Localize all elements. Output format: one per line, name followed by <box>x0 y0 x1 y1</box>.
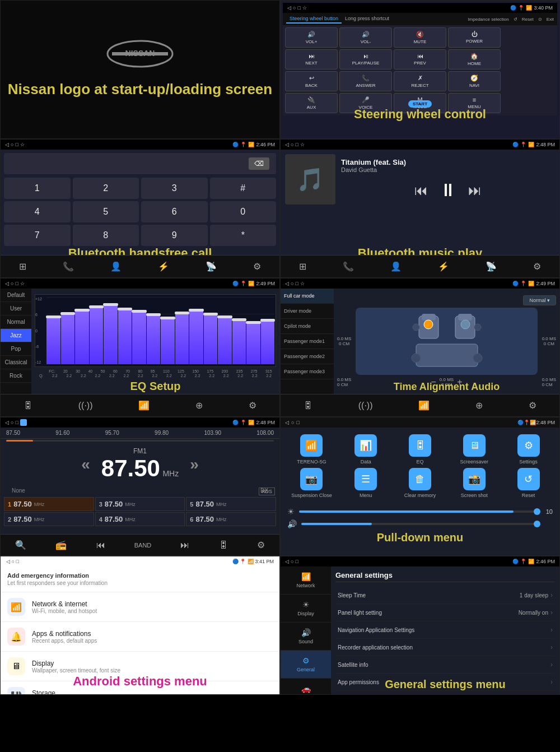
preset-5[interactable]: 5 87.50 MHz <box>186 497 276 511</box>
pd-eq-icon[interactable]: 🎛 <box>409 434 431 457</box>
dial-key-4[interactable]: 4 <box>4 201 71 222</box>
nav4-bt[interactable]: ⚡ <box>438 261 449 272</box>
gs-menu-sound[interactable]: 🔊 Sound <box>281 623 331 651</box>
gs-menu-network[interactable]: 📶 Network <box>281 567 331 595</box>
freq-slider-track[interactable] <box>6 440 274 442</box>
sw-btn-vol-plus[interactable]: 🔊VOL+ <box>285 27 338 48</box>
ta-mode-passenger3[interactable]: Passenger mode3 <box>281 364 334 379</box>
sw-btn-answer[interactable]: 📞ANSWER <box>339 71 392 91</box>
ta-mode-driver[interactable]: Driver mode <box>281 304 334 319</box>
nav4-bt2[interactable]: 📡 <box>486 261 497 272</box>
normal-button[interactable]: Normal ▾ <box>523 295 556 305</box>
setting-network[interactable]: 📶 Network & internet Wi-Fi, mobile, and … <box>1 592 279 622</box>
sw-btn-next[interactable]: ⏭NEXT <box>285 49 338 69</box>
nav-phone-icon[interactable]: 📞 <box>63 261 74 272</box>
ta-mode-fullcar[interactable]: Full car mode <box>281 289 334 304</box>
eq-preset-jazz[interactable]: Jazz <box>1 329 31 342</box>
pd-suspension-icon[interactable]: 📷 <box>300 468 323 490</box>
nav-contacts-icon[interactable]: 👤 <box>110 261 122 272</box>
eq-preset-normal[interactable]: Normal <box>1 315 31 329</box>
play-pause-btn[interactable]: ⏸ <box>439 180 457 201</box>
sw-btn-back[interactable]: ↩BACK <box>285 71 338 91</box>
nav5-surround-icon[interactable]: ((·)) <box>78 401 93 411</box>
nav4-apps[interactable]: ⊞ <box>299 261 306 272</box>
pd-settings-icon[interactable]: ⚙ <box>517 434 540 457</box>
nav-settings-icon[interactable]: ⚙ <box>253 261 261 272</box>
pd-clearmem-item[interactable]: 🗑 Clear memory <box>395 468 446 498</box>
dial-key-6[interactable]: 6 <box>141 201 208 222</box>
dial-key-8[interactable]: 8 <box>73 225 139 246</box>
pd-screenshot-icon[interactable]: 📸 <box>463 468 486 490</box>
radio-eq-icon[interactable]: 🎛 <box>219 540 228 550</box>
setting-apps[interactable]: 🔔 Apps & notifications Recent apps, defa… <box>1 622 279 652</box>
preset-3[interactable]: 3 87.50 MHz <box>95 497 185 511</box>
pd-screenshot-item[interactable]: 📸 Screen shot <box>449 468 500 498</box>
pd-data-item[interactable]: 📊 Data <box>340 434 391 465</box>
pd-reset-item[interactable]: ↺ Reset <box>503 468 554 498</box>
dial-key-3[interactable]: 3 <box>141 178 208 199</box>
ta-mode-copilot[interactable]: Cpilot mode <box>281 319 334 334</box>
eq-preset-default[interactable]: Default <box>1 289 31 302</box>
preset-1[interactable]: 1 87.50 MHz <box>4 497 94 511</box>
nav5-settings-icon[interactable]: ⚙ <box>249 400 256 411</box>
eq-preset-classical[interactable]: Classical <box>1 356 31 369</box>
gs-panel-light[interactable]: Panel light setting Normally on › <box>335 604 555 621</box>
dial-key-star[interactable]: * <box>210 225 277 246</box>
pd-clearmem-icon[interactable]: 🗑 <box>409 468 431 490</box>
pd-eq-item[interactable]: 🎛 EQ <box>395 434 446 465</box>
nav4-settings[interactable]: ⚙ <box>533 261 541 272</box>
nav-apps-icon[interactable]: ⊞ <box>19 261 26 272</box>
gs-sleep-time[interactable]: Sleep Time 1 day sleep › <box>335 587 555 604</box>
preset-6[interactable]: 6 87.50 MHz <box>186 512 276 526</box>
nav6-surround-icon[interactable]: ((·)) <box>358 401 373 411</box>
nav6-signal-icon[interactable]: 📶 <box>418 400 430 411</box>
nav4-contacts[interactable]: 👤 <box>390 261 402 272</box>
nav5-eq-icon[interactable]: 🎛 <box>24 401 32 411</box>
pd-wifi-item[interactable]: 📶 TERENO-5G <box>286 434 337 465</box>
sw-btn-reject[interactable]: ✗REJECT <box>394 71 446 91</box>
pd-menu-item[interactable]: ☰ Menu <box>340 468 391 498</box>
sw-btn-navi[interactable]: 🧭NAVI <box>448 71 501 91</box>
dial-key-9[interactable]: 9 <box>141 225 208 246</box>
sw-btn-home[interactable]: 🏠HOME <box>448 49 501 69</box>
pd-menu-icon[interactable]: ☰ <box>354 468 377 490</box>
freq-prev-btn[interactable]: « <box>81 456 90 474</box>
dial-key-0[interactable]: 0 <box>210 201 277 222</box>
sw-btn-power[interactable]: ⏻POWER <box>448 27 501 48</box>
gs-satellite[interactable]: Satellite info › <box>335 656 555 674</box>
pd-settings-item[interactable]: ⚙ Settings <box>503 434 554 465</box>
nav-bluetooth-icon[interactable]: ⚡ <box>158 261 169 272</box>
eq-preset-pop[interactable]: Pop <box>1 342 31 356</box>
nav6-settings-icon[interactable]: ⚙ <box>529 400 536 411</box>
pd-data-icon[interactable]: 📊 <box>354 434 377 457</box>
nav-bt2-icon[interactable]: 📡 <box>206 261 217 272</box>
radio-next-icon[interactable]: ⏭ <box>180 540 189 550</box>
gs-nav-app[interactable]: Navigation Application Settings › <box>335 621 555 639</box>
gs-recorder[interactable]: Recorder application selection › <box>335 639 555 656</box>
nav6-eq-icon[interactable]: 🎛 <box>304 401 312 411</box>
pd-screensaver-icon[interactable]: 🖥 <box>463 434 486 457</box>
sw-btn-vol-minus[interactable]: 🔊VOL- <box>339 27 392 48</box>
freq-slider-area[interactable] <box>1 439 279 443</box>
gs-menu-general[interactable]: ⚙ General <box>281 651 331 679</box>
prev-btn[interactable]: ⏮ <box>414 183 428 198</box>
preset-2[interactable]: 2 87.50 MHz <box>4 512 94 526</box>
gs-menu-display[interactable]: ☀ Display <box>281 595 331 623</box>
nav5-target-icon[interactable]: ⊕ <box>195 400 203 411</box>
dial-key-5[interactable]: 5 <box>73 201 139 222</box>
sw-btn-prev[interactable]: ⏮PREV <box>394 49 446 69</box>
pd-reset-icon[interactable]: ↺ <box>517 468 540 490</box>
pd-screensaver-item[interactable]: 🖥 Screensaver <box>449 434 500 465</box>
nav5-signal-icon[interactable]: 📶 <box>138 400 150 411</box>
nav4-phone[interactable]: 📞 <box>343 261 354 272</box>
radio-band-label[interactable]: BAND <box>134 542 152 549</box>
radio-prev-icon[interactable]: ⏮ <box>96 540 105 550</box>
emergency-info[interactable]: Add emergency information Let first resp… <box>1 567 279 592</box>
eq-preset-user[interactable]: User <box>1 302 31 315</box>
dial-key-2[interactable]: 2 <box>73 178 139 199</box>
radio-settings-icon[interactable]: ⚙ <box>257 540 265 550</box>
dial-key-hash[interactable]: # <box>210 178 277 199</box>
ta-mode-passenger2[interactable]: Passenger mode2 <box>281 349 334 364</box>
pd-suspension-item[interactable]: 📷 Suspension Close <box>286 468 337 498</box>
radio-search-icon[interactable]: 🔍 <box>15 540 26 550</box>
